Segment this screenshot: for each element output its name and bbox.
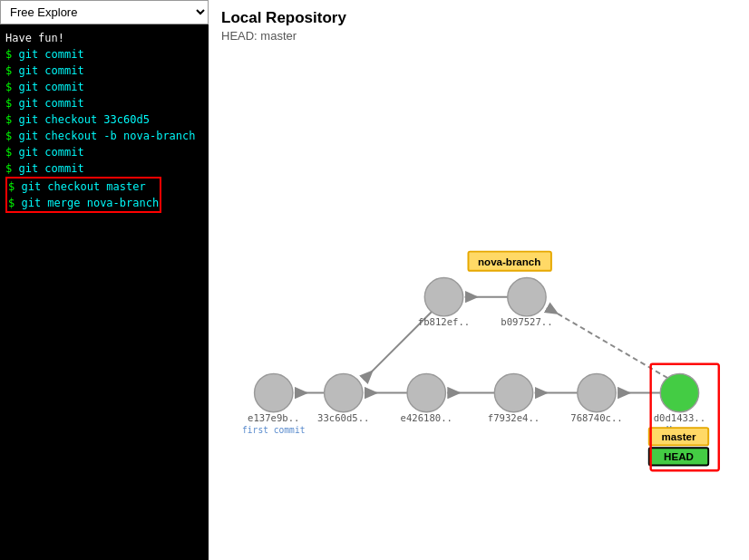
mode-selector[interactable]: Free Explore: [0, 0, 209, 24]
graph-area: e137e9b.. first commit 33c60d5.. e426180…: [221, 52, 736, 551]
label-d0d1433: d0d1433..: [654, 412, 705, 423]
head-label-text: HEAD: [664, 451, 694, 462]
left-panel: Free Explore Have fun! $ git commit $ gi…: [0, 0, 209, 560]
term-highlight-box: $ git checkout master $ git merge nova-b…: [5, 177, 161, 213]
commit-fb812ef: [424, 278, 462, 316]
label-768740c: 768740c..: [570, 412, 622, 423]
term-line-5: $ git checkout 33c60d5: [5, 111, 203, 128]
term-line-7: $ git commit: [5, 144, 203, 160]
label-fb812ef: fb812ef..: [418, 316, 470, 327]
term-line-8: $ git commit: [5, 160, 203, 177]
nova-branch-label: nova-branch: [478, 256, 540, 267]
commit-e137e9b: [255, 373, 293, 411]
commit-f7932e4: [494, 373, 532, 411]
arrow-branch-1: [364, 302, 443, 381]
term-line-10: $ git merge nova-branch: [8, 195, 159, 211]
label-e426180: e426180..: [401, 412, 452, 423]
head-label: HEAD: master: [221, 29, 736, 43]
term-line-havefun: Have fun!: [5, 30, 203, 46]
commit-d0d1433: [660, 373, 698, 411]
repo-title: Local Repository: [221, 9, 736, 27]
label-33c60d5: 33c60d5..: [317, 412, 369, 423]
term-line-6: $ git checkout -b nova-branch: [5, 128, 203, 144]
commit-33c60d5: [325, 373, 363, 411]
master-label: master: [662, 431, 696, 442]
commit-768740c: [578, 373, 616, 411]
git-graph: e137e9b.. first commit 33c60d5.. e426180…: [221, 52, 736, 551]
commit-b097527: [508, 278, 546, 316]
term-line-9: $ git checkout master: [8, 179, 159, 195]
term-line-1: $ git commit: [5, 46, 203, 63]
right-panel: Local Repository HEAD: master: [209, 0, 749, 560]
sublabel-first-commit: first commit: [242, 425, 305, 435]
arrow-merge-dashed: [547, 307, 676, 382]
term-line-4: $ git commit: [5, 95, 203, 111]
label-f7932e4: f7932e4..: [488, 412, 540, 423]
terminal: Have fun! $ git commit $ git commit $ gi…: [0, 24, 209, 560]
commit-e426180: [407, 373, 445, 411]
term-line-3: $ git commit: [5, 79, 203, 95]
label-e137e9b: e137e9b..: [248, 412, 299, 423]
label-b097527: b097527..: [501, 316, 552, 327]
term-line-2: $ git commit: [5, 63, 203, 79]
